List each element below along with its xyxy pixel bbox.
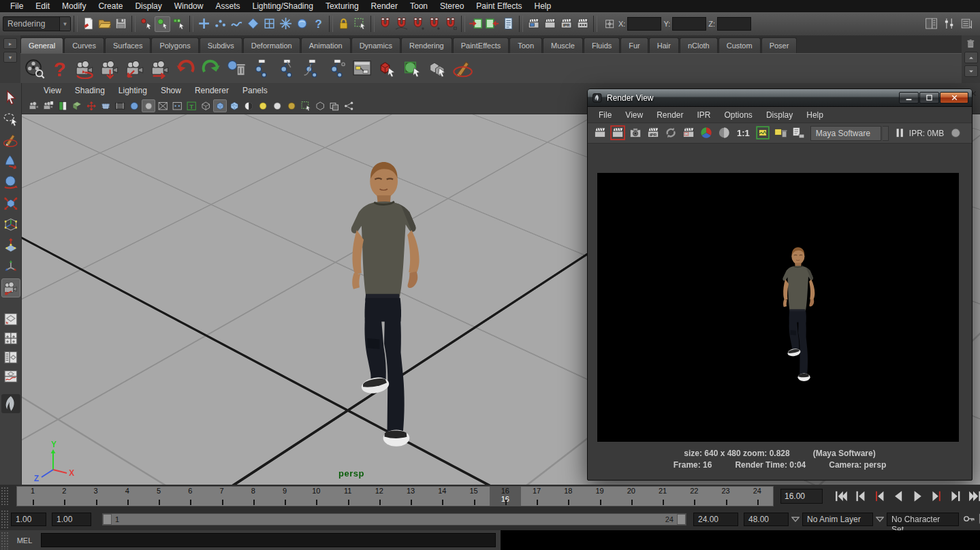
shelf-tab[interactable]: Surfaces: [105, 37, 151, 53]
vp-camera-attrs-icon[interactable]: [42, 99, 55, 112]
step-forward-frame-icon[interactable]: [928, 487, 946, 505]
shelf-tab[interactable]: Custom: [718, 37, 761, 53]
frame-cell[interactable]: 5 5: [143, 487, 174, 506]
frame-cell[interactable]: 4 4: [112, 487, 143, 506]
command-response-area[interactable]: [501, 530, 980, 550]
vp-multi-icon[interactable]: [328, 99, 341, 112]
menu-item[interactable]: Edit: [29, 0, 56, 12]
create-sphere-shelf-icon[interactable]: [401, 57, 424, 80]
shelf-tab[interactable]: PaintEffects: [453, 37, 509, 53]
close-button[interactable]: [940, 92, 968, 103]
trash-icon[interactable]: [964, 37, 978, 50]
display-real-size-icon[interactable]: [755, 125, 771, 142]
select-rendering-icon[interactable]: [294, 16, 310, 32]
snap-projected-center-icon[interactable]: [426, 16, 442, 32]
shelf-tab[interactable]: Subdivs: [200, 37, 242, 53]
shelf-tab[interactable]: Toon: [509, 37, 542, 53]
panel-menu-item[interactable]: Show: [154, 86, 188, 95]
vp-camera-icon[interactable]: [27, 99, 41, 112]
render-view-menu-item[interactable]: Options: [718, 110, 759, 120]
frame-cell[interactable]: 10 10: [300, 487, 332, 506]
frame-cell[interactable]: 2 2: [48, 487, 80, 506]
shelf-menu-button[interactable]: ▾: [3, 52, 17, 63]
shelf-tab[interactable]: Fur: [620, 37, 648, 53]
shelf-tab[interactable]: Curves: [64, 37, 104, 53]
play-backwards-icon[interactable]: [889, 487, 908, 505]
frame-cell[interactable]: 13 13: [395, 487, 426, 506]
minimize-button[interactable]: [899, 92, 919, 103]
snap-point-icon[interactable]: [410, 16, 426, 32]
layout-outliner-icon[interactable]: [1, 349, 20, 366]
vp-bookmark-icon[interactable]: [56, 99, 69, 112]
tool-settings-icon[interactable]: [941, 16, 957, 32]
vp-light-default-icon[interactable]: [270, 99, 284, 112]
vp-film-gate-icon[interactable]: [113, 99, 127, 112]
renderer-selector-scrollbar[interactable]: [883, 126, 889, 141]
step-back-key-icon[interactable]: [851, 487, 870, 505]
paint-select-tool-icon[interactable]: [1, 131, 20, 150]
panel-menu-item[interactable]: View: [37, 86, 68, 95]
refresh-ipr-icon[interactable]: [663, 125, 679, 142]
panel-menu-item[interactable]: Lighting: [112, 86, 154, 95]
select-help-icon[interactable]: ?: [311, 16, 326, 32]
step-back-frame-icon[interactable]: [870, 487, 889, 505]
render-view-menu-item[interactable]: File: [592, 110, 618, 120]
shelf-tab[interactable]: Animation: [301, 37, 351, 53]
shelf-tab[interactable]: Rendering: [401, 37, 452, 53]
ipr-render-icon[interactable]: IPR: [558, 16, 574, 32]
vp-wireframe-icon[interactable]: [199, 99, 212, 112]
universal-manip-icon[interactable]: [1, 215, 20, 234]
rendered-image[interactable]: [597, 173, 959, 442]
shelf-tab[interactable]: Dynamics: [351, 37, 400, 53]
alpha-channel-icon[interactable]: [716, 125, 732, 142]
frame-cell[interactable]: 17 17: [521, 487, 552, 506]
shelf-tab[interactable]: Hair: [649, 37, 679, 53]
region-render-icon[interactable]: [680, 125, 697, 142]
frame-cell[interactable]: 24 24: [742, 487, 773, 506]
time-ruler[interactable]: 1 1 2 2 3 3 4 4 5: [16, 486, 774, 506]
menu-item[interactable]: Window: [168, 0, 210, 12]
render-view-menu-item[interactable]: Help: [800, 110, 830, 120]
shelf-tab-toggle-button[interactable]: ▸: [3, 38, 17, 49]
open-scene-icon[interactable]: [97, 16, 112, 32]
animation-end-field[interactable]: [744, 513, 789, 526]
range-end-handle[interactable]: [677, 514, 686, 525]
snap-curve-icon[interactable]: [394, 16, 409, 32]
select-dynamics-icon[interactable]: [278, 16, 294, 32]
vp-safe-title-icon[interactable]: T: [185, 99, 198, 112]
vp-shaded-icon[interactable]: [213, 99, 227, 112]
vp-light-flat-icon[interactable]: [285, 99, 298, 112]
redo-shelf-icon[interactable]: [200, 57, 223, 80]
frame-cell[interactable]: 15 15: [458, 487, 490, 506]
character-set-dropdown-icon[interactable]: [876, 515, 884, 523]
menu-item[interactable]: Lighting/Shading: [246, 0, 319, 12]
menu-item[interactable]: File: [4, 0, 29, 12]
vp-share-icon[interactable]: [342, 99, 355, 112]
frame-cell[interactable]: 6 6: [174, 487, 206, 506]
new-scene-icon[interactable]: [80, 16, 96, 32]
shelf-scroll-down-button[interactable]: [964, 65, 978, 77]
x-field[interactable]: [627, 17, 661, 31]
output-connection-icon[interactable]: [484, 16, 500, 32]
redo-previous-render-icon[interactable]: [610, 125, 626, 142]
roll-tool-icon[interactable]: [149, 57, 172, 80]
vp-field-chart-icon[interactable]: [156, 99, 170, 112]
renderer-selector[interactable]: Maya Software: [810, 126, 881, 141]
vp-checker-icon[interactable]: [242, 99, 255, 112]
menu-item[interactable]: Texturing: [319, 0, 365, 12]
snap-grid-icon[interactable]: [377, 16, 393, 32]
render-current-frame-icon[interactable]: [542, 16, 558, 32]
shelf-tab[interactable]: nCloth: [680, 37, 718, 53]
shelf-tab[interactable]: Poser: [761, 37, 797, 53]
select-curves-icon[interactable]: [229, 16, 244, 32]
playblast-icon[interactable]: [23, 57, 46, 80]
show-manip-icon[interactable]: [1, 257, 20, 276]
selection-by-coords-icon[interactable]: [603, 17, 616, 31]
joint-cluster-icon[interactable]: [326, 57, 349, 80]
go-to-start-icon[interactable]: [832, 487, 851, 505]
menu-item[interactable]: Render: [365, 0, 404, 12]
layout-single-icon[interactable]: [1, 310, 20, 328]
shelf-tab[interactable]: Deformation: [243, 37, 300, 53]
vp-safe-action-icon[interactable]: [170, 99, 184, 112]
vp-image-plane-icon[interactable]: [70, 99, 84, 112]
